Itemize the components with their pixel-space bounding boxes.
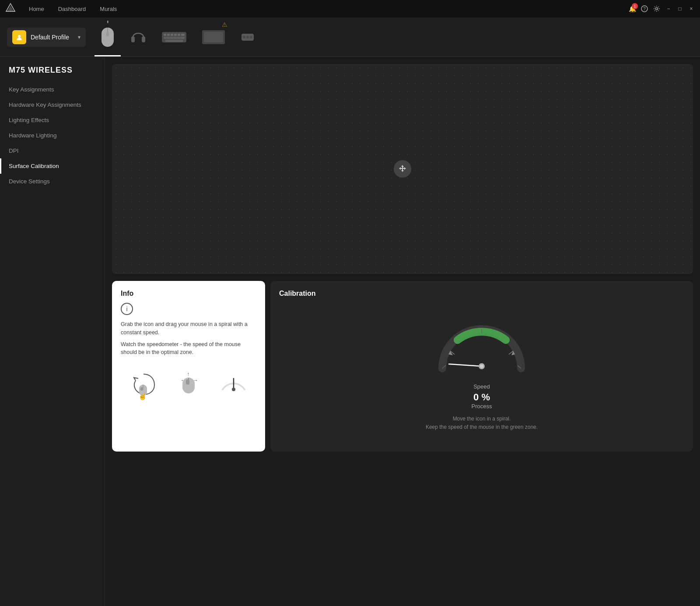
svg-rect-14 [164,34,166,36]
svg-rect-10 [106,32,109,36]
titlebar: Home Dashboard Murals 🔔 1 ? − □ × [0,0,700,18]
calibration-panel: Calibration [270,281,693,452]
profile-selector[interactable]: Default Profile ▾ [7,28,86,47]
notification-badge: 1 [632,3,638,9]
nav-bar: Home Dashboard Murals [23,3,621,15]
speedometer-svg [434,316,530,382]
svg-text:↑: ↑ [187,371,189,377]
titlebar-controls: 🔔 1 ? − □ × [628,5,695,13]
profile-name: Default Profile [31,34,74,41]
svg-rect-21 [165,40,183,42]
mousepad-area[interactable] [112,64,693,274]
drag-icon[interactable] [394,160,411,178]
device-tab-mousepad[interactable]: ⚠ [196,18,231,56]
main-layout: M75 WIRELESS Key Assignments Hardware Ke… [0,57,700,606]
speed-label: Speed [473,383,490,390]
notification-icon[interactable]: 🔔 1 [628,5,636,13]
info-text-1: Grab the icon and drag your mouse in a s… [121,320,256,337]
svg-rect-19 [181,34,185,36]
device-tabs: ⬆ ⚠ [94,18,693,56]
speedometer-small-illustration [216,365,251,402]
svg-rect-20 [164,37,185,39]
svg-rect-30 [140,387,143,391]
svg-rect-23 [204,32,223,42]
svg-rect-17 [174,34,177,36]
hint-2: Keep the speed of the mouse in the green… [426,423,538,431]
calibration-title: Calibration [279,290,684,298]
svg-line-48 [449,364,482,366]
svg-marker-1 [7,5,14,11]
process-label: Process [472,403,492,410]
profile-dropdown-arrow: ▾ [78,34,80,40]
svg-text:?: ? [643,7,646,11]
info-panel: Info i Grab the icon and drag your mouse… [112,281,265,452]
help-icon[interactable]: ? [640,5,648,13]
svg-rect-16 [171,34,173,36]
hint-1: Move the icon in a spiral. [426,415,538,423]
sidebar-item-key-assignments[interactable]: Key Assignments [0,82,105,97]
svg-rect-18 [178,34,180,36]
app-logo [5,3,16,15]
close-button[interactable]: × [688,5,695,12]
sidebar-item-hardware-key-assignments[interactable]: Hardware Key Assignments [0,97,105,112]
sidebar-item-hardware-lighting[interactable]: Hardware Lighting [0,128,105,143]
device-tab-mouse[interactable]: ⬆ [94,18,121,56]
device-tab-keyboard[interactable] [156,18,192,56]
svg-rect-12 [142,36,145,42]
settings-icon[interactable] [653,5,661,13]
nav-murals[interactable]: Murals [94,3,123,15]
speedometer-container: Speed 0 % Process Move the icon in a spi… [279,305,684,443]
info-title: Info [121,290,256,298]
content-area: Info i Grab the icon and drag your mouse… [105,57,700,606]
calibration-hints: Move the icon in a spiral. Keep the spee… [426,415,538,431]
info-illustrations: ☝ ← → ↑ ↓ [121,365,256,402]
profilebar: Default Profile ▾ ⬆ [0,18,700,57]
nav-dashboard[interactable]: Dashboard [52,3,92,15]
svg-rect-11 [131,36,135,42]
svg-rect-15 [167,34,170,36]
svg-point-27 [250,36,252,39]
profile-icon [12,30,26,44]
svg-point-6 [18,35,21,38]
nav-home[interactable]: Home [23,3,50,15]
info-text-2: Watch the speedometer - the speed of the… [121,340,256,357]
svg-point-4 [656,8,658,10]
sidebar-item-lighting-effects[interactable]: Lighting Effects [0,112,105,128]
svg-text:☝: ☝ [138,392,147,400]
sidebar: M75 WIRELESS Key Assignments Hardware Ke… [0,57,105,606]
info-icon: i [126,305,127,312]
info-icon-circle: i [121,303,133,315]
device-title: M75 WIRELESS [0,66,105,82]
sidebar-item-surface-calibration[interactable]: Surface Calibration [0,158,105,174]
move-illustration: ← → ↑ ↓ [171,365,206,402]
svg-point-50 [480,364,483,368]
device-tab-headset[interactable] [124,18,152,56]
device-tab-hub[interactable] [234,18,261,56]
speed-percent: 0 % [473,392,490,403]
sidebar-item-dpi[interactable]: DPI [0,143,105,158]
spiral-illustration: ☝ [126,365,161,402]
svg-rect-38 [186,379,189,385]
maximize-button[interactable]: □ [676,5,683,12]
svg-point-40 [232,388,235,391]
bottom-panels: Info i Grab the icon and drag your mouse… [112,281,693,452]
minimize-button[interactable]: − [665,5,672,12]
sidebar-item-device-settings[interactable]: Device Settings [0,174,105,189]
svg-point-26 [246,36,249,39]
warning-badge: ⚠ [222,21,228,28]
svg-point-25 [243,36,245,39]
